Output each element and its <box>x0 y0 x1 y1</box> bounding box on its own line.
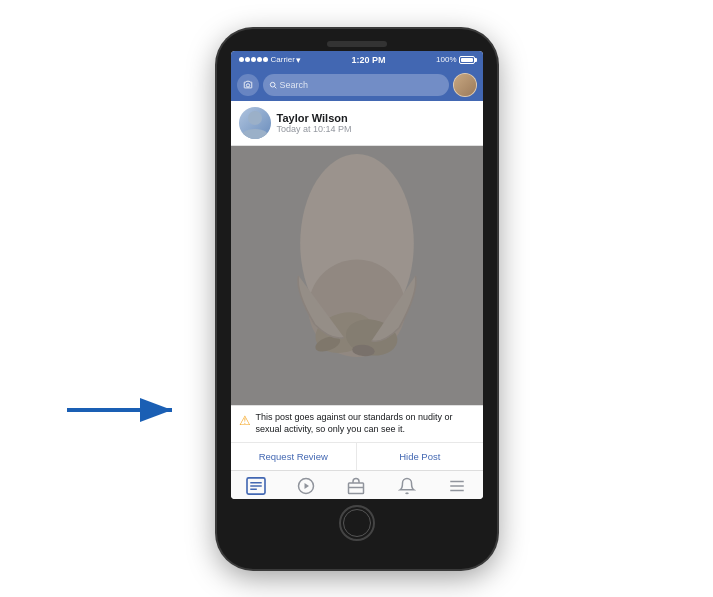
signal-dot-4 <box>257 57 262 62</box>
status-time: 1:20 PM <box>351 55 385 65</box>
arrow-left-indicator <box>62 390 182 430</box>
status-right: 100% <box>436 55 474 64</box>
post-header: Taylor Wilson Today at 10:14 PM <box>231 101 483 146</box>
hide-post-button[interactable]: Hide Post <box>357 443 483 470</box>
post-timestamp: Today at 10:14 PM <box>277 124 352 134</box>
warning-icon: ⚠ <box>239 413 251 428</box>
home-button[interactable] <box>339 505 375 541</box>
svg-line-6 <box>274 86 276 88</box>
tab-watch[interactable] <box>286 477 326 495</box>
phone-screen: Carrier ▾ 1:20 PM 100% <box>231 51 483 499</box>
tab-bar <box>231 470 483 499</box>
tab-menu[interactable] <box>437 477 477 495</box>
search-bar[interactable]: Search <box>263 74 449 96</box>
tab-marketplace[interactable] <box>336 477 376 495</box>
search-placeholder: Search <box>280 80 309 90</box>
post-user-info: Taylor Wilson Today at 10:14 PM <box>277 112 352 134</box>
post-author-avatar[interactable] <box>239 107 271 139</box>
battery-percent: 100% <box>436 55 456 64</box>
post-actions: Request Review Hide Post <box>231 442 483 470</box>
signal-dot-1 <box>239 57 244 62</box>
carrier-label: Carrier <box>271 55 295 64</box>
signal-dots <box>239 57 268 62</box>
battery-icon <box>459 56 475 64</box>
svg-rect-15 <box>231 146 483 406</box>
svg-point-7 <box>248 111 262 125</box>
phone-speaker <box>327 41 387 47</box>
warning-banner: ⚠ This post goes against our standards o… <box>231 405 483 441</box>
home-button-inner <box>343 509 371 537</box>
user-avatar-nav[interactable] <box>453 73 477 97</box>
svg-point-4 <box>246 83 249 86</box>
svg-point-5 <box>270 82 275 87</box>
post-author-name[interactable]: Taylor Wilson <box>277 112 352 124</box>
battery-fill <box>461 58 473 62</box>
post-image <box>231 146 483 406</box>
svg-marker-21 <box>305 483 310 489</box>
wifi-icon: ▾ <box>296 55 301 65</box>
feed: Taylor Wilson Today at 10:14 PM <box>231 101 483 470</box>
status-bar: Carrier ▾ 1:20 PM 100% <box>231 51 483 69</box>
request-review-button[interactable]: Request Review <box>231 443 358 470</box>
scene: Carrier ▾ 1:20 PM 100% <box>0 0 713 597</box>
facebook-navbar: Search <box>231 69 483 101</box>
status-left: Carrier ▾ <box>239 55 301 65</box>
tab-notifications[interactable] <box>387 477 427 495</box>
phone-shell: Carrier ▾ 1:20 PM 100% <box>217 29 497 569</box>
tab-news-feed[interactable] <box>236 477 276 495</box>
signal-dot-3 <box>251 57 256 62</box>
warning-text: This post goes against our standards on … <box>256 412 475 435</box>
statue-artwork <box>231 146 483 406</box>
avatar-image <box>454 74 476 96</box>
signal-dot-5 <box>263 57 268 62</box>
camera-button[interactable] <box>237 74 259 96</box>
signal-dot-2 <box>245 57 250 62</box>
